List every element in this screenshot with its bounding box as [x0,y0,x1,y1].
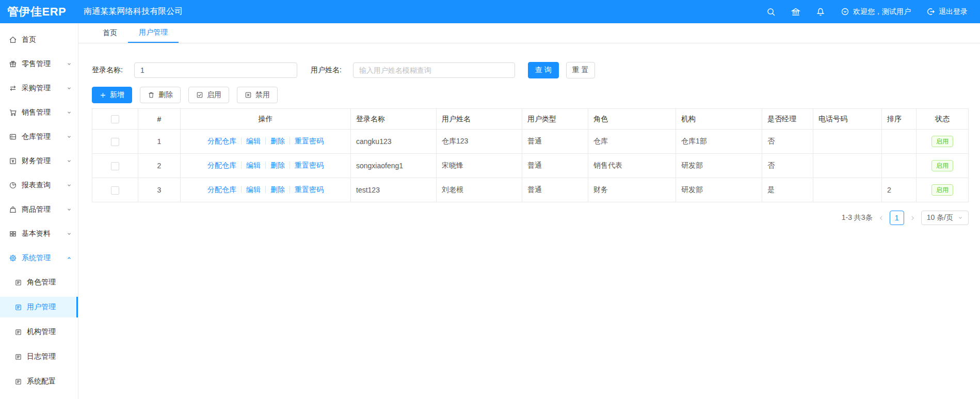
delete-link[interactable]: 删除 [270,137,285,145]
col-header-sort: 排序 [882,109,917,130]
pagination-total: 1-3 共3条 [842,213,873,222]
delete-link[interactable]: 删除 [270,161,285,169]
user-menu[interactable]: 欢迎您，测试用户 [841,7,911,17]
reset-password-link[interactable]: 重置密码 [295,185,324,194]
sidebar-item-system-config[interactable]: 系统配置 [0,371,78,392]
sidebar-item-warehouse[interactable]: 仓库管理 [0,126,78,147]
sidebar-item-label: 日志管理 [27,352,72,361]
welcome-user-label: 欢迎您，测试用户 [853,7,911,17]
table-header-row: # 操作 登录名称 用户姓名 用户类型 角色 机构 是否经理 电话号码 排序 状… [92,109,969,130]
doc-icon [14,304,22,311]
sidebar-item-finance[interactable]: 财务管理 [0,151,78,171]
sidebar-item-retail[interactable]: 零售管理 [0,54,78,74]
link-divider [290,162,290,169]
sidebar-item-reports[interactable]: 报表查询 [0,175,78,196]
sidebar-item-purchase[interactable]: 采购管理 [0,78,78,99]
close-square-icon [245,91,252,99]
delete-button-label: 删除 [158,90,173,100]
user-name-input[interactable] [353,62,515,78]
link-divider [290,186,290,193]
down-circle-icon [841,7,849,16]
add-button[interactable]: 新增 [92,87,132,103]
sidebar-item-home[interactable]: 首页 [0,29,78,50]
edit-link[interactable]: 编辑 [246,137,261,145]
logout-label: 退出登录 [939,7,968,17]
cell-type: 普通 [522,130,588,154]
cell-sort: 2 [882,178,917,202]
sidebar-item-label: 系统配置 [27,377,72,386]
row-checkbox[interactable] [111,186,119,195]
bank-icon[interactable] [791,7,800,17]
tab-user-mgmt[interactable]: 用户管理 [128,23,179,43]
logout-icon [926,7,935,16]
app-window: 管伊佳ERP 南通某某网络科技有限公司 欢迎您，测试用户 [0,0,980,399]
page-size-select[interactable]: 10 条/页 [921,211,969,225]
sidebar-item-label: 用户管理 [27,302,70,312]
reset-password-link[interactable]: 重置密码 [295,137,324,145]
plus-icon [100,92,106,99]
sidebar-item-sales[interactable]: 销售管理 [0,102,78,123]
search-button[interactable]: 查 询 [528,62,559,78]
select-all-checkbox[interactable] [111,115,119,123]
trash-icon [148,91,155,99]
assign-warehouse-link[interactable]: 分配仓库 [207,161,236,169]
tab-home[interactable]: 首页 [92,23,128,43]
cell-actions: 分配仓库编辑删除重置密码 [181,178,351,202]
link-divider [241,137,242,145]
chevron-down-icon [67,61,72,67]
cell-role: 财务 [588,178,676,202]
cell-manager: 否 [762,130,813,154]
sidebar-item-org-mgmt[interactable]: 机构管理 [0,322,78,342]
cell-role: 仓库 [588,130,676,154]
reset-password-link[interactable]: 重置密码 [295,161,324,169]
assign-warehouse-link[interactable]: 分配仓库 [207,185,236,194]
check-square-icon [196,91,203,99]
page-number-button[interactable]: 1 [890,211,904,225]
assign-warehouse-link[interactable]: 分配仓库 [207,137,236,145]
sidebar-item-basic-data[interactable]: 基本资料 [0,224,78,244]
sidebar-item-user-mgmt[interactable]: 用户管理 [0,297,78,317]
sidebar-item-system[interactable]: 系统管理 [0,248,78,268]
users-table: # 操作 登录名称 用户姓名 用户类型 角色 机构 是否经理 电话号码 排序 状… [92,108,969,202]
sidebar-item-label: 机构管理 [27,327,72,337]
cell-phone [813,154,882,178]
topbar-actions: 欢迎您，测试用户 退出登录 [766,7,980,17]
edit-link[interactable]: 编辑 [246,161,261,169]
login-name-label: 登录名称: [92,66,123,75]
sidebar-item-label: 基本资料 [22,229,62,238]
finance-icon [9,157,17,165]
cell-sort [882,130,917,154]
doc-icon [14,328,22,336]
status-badge: 启用 [931,136,953,147]
sidebar-item-goods[interactable]: 商品管理 [0,199,78,220]
login-name-input[interactable] [134,62,297,78]
table-toolbar: 新增 删除 启用 [92,87,969,103]
sidebar-item-log-mgmt[interactable]: 日志管理 [0,346,78,367]
delete-button[interactable]: 删除 [140,87,181,103]
cell-name: 仓库123 [437,130,522,154]
cell-actions: 分配仓库编辑删除重置密码 [181,130,351,154]
delete-link[interactable]: 删除 [270,185,285,194]
pagination: 1-3 共3条 1 10 条/页 [92,211,969,225]
logout-button[interactable]: 退出登录 [926,7,968,17]
next-page-button[interactable] [910,215,915,221]
row-checkbox[interactable] [111,162,119,170]
chevron-down-icon [67,207,72,212]
cell-org: 研发部 [676,178,762,202]
system-submenu: 角色管理 用户管理 机构管理 [0,272,78,392]
chevron-down-icon [67,86,72,91]
search-icon[interactable] [766,7,776,17]
sidebar-item-label: 首页 [22,35,72,44]
disable-button[interactable]: 禁用 [237,87,278,103]
enable-button[interactable]: 启用 [188,87,229,103]
sidebar-item-role-mgmt[interactable]: 角色管理 [0,272,78,293]
bell-icon[interactable] [816,7,825,17]
link-divider [265,186,266,193]
reset-button[interactable]: 重 置 [566,62,595,78]
prev-page-button[interactable] [878,215,884,221]
col-header-role: 角色 [588,109,676,130]
row-checkbox[interactable] [111,138,119,146]
cell-actions: 分配仓库编辑删除重置密码 [181,154,351,178]
edit-link[interactable]: 编辑 [246,185,261,194]
cell-login: cangku123 [351,130,437,154]
